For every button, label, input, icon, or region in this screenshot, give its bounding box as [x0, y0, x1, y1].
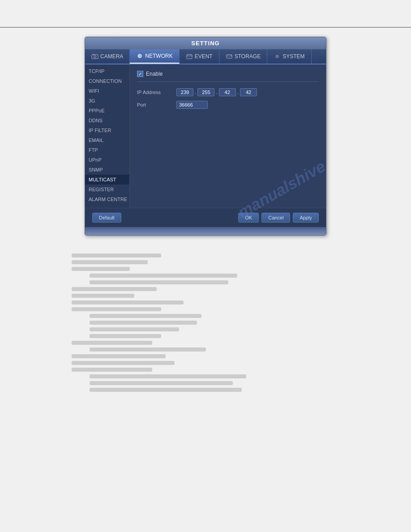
- enable-checkbox[interactable]: [137, 71, 143, 77]
- tab-system[interactable]: SYSTEM: [267, 49, 311, 64]
- storage-icon: [226, 54, 233, 59]
- sidebar-item-ddns[interactable]: DDNS: [85, 116, 129, 125]
- svg-point-13: [231, 55, 231, 56]
- text-line-15: [72, 354, 166, 358]
- settings-dialog: SETTING CAMERA: [85, 37, 326, 236]
- tab-event-label: EVENT: [195, 53, 213, 60]
- default-button[interactable]: Default: [92, 213, 121, 223]
- dialog-title: SETTING: [85, 37, 326, 49]
- text-line-3: [90, 274, 237, 278]
- sidebar-item-snmp[interactable]: SNMP: [85, 165, 129, 175]
- ip-dot-1: .: [194, 89, 197, 95]
- text-line-12: [90, 334, 161, 338]
- text-line-13: [72, 341, 152, 345]
- action-buttons: OK Cancel Apply: [238, 213, 319, 223]
- text-line-11: [90, 327, 179, 331]
- ip-dot-3: .: [237, 89, 239, 95]
- port-row: Port: [137, 101, 319, 109]
- sidebar-item-register[interactable]: REGISTER: [85, 184, 129, 194]
- text-line-16: [72, 361, 175, 365]
- sidebar-item-connection[interactable]: CONNECTION: [85, 76, 129, 86]
- text-line-7: [72, 300, 184, 305]
- enable-label: Enable: [146, 71, 163, 77]
- ip-address-row: IP Address . . .: [137, 88, 319, 96]
- sidebar-item-pppoe[interactable]: PPPoE: [85, 106, 129, 116]
- sidebar: TCP/IP CONNECTION WIFI 3G PPPoE: [85, 64, 130, 208]
- text-line-20: [90, 388, 242, 392]
- tab-system-label: SYSTEM: [283, 53, 304, 60]
- content-panel: Enable IP Address . . .: [130, 64, 326, 208]
- text-line-4: [90, 280, 228, 284]
- sidebar-item-ftp[interactable]: FTP: [85, 145, 129, 155]
- svg-rect-2: [93, 54, 94, 55]
- sidebar-item-3g[interactable]: 3G: [85, 96, 129, 106]
- text-line-18: [90, 374, 246, 378]
- network-icon: [136, 53, 143, 59]
- top-divider: [0, 27, 411, 28]
- apply-button[interactable]: Apply: [293, 213, 319, 223]
- text-line-1: [72, 260, 148, 264]
- system-icon: [274, 54, 281, 59]
- text-line-19: [90, 381, 233, 385]
- dialog-bottom-bar: [85, 227, 326, 235]
- dialog-footer: Default OK Cancel Apply: [85, 208, 326, 227]
- svg-rect-7: [187, 55, 192, 59]
- port-input[interactable]: [176, 101, 208, 109]
- ip-address-label: IP Address: [137, 90, 173, 95]
- text-blocks-section: [0, 236, 411, 412]
- sidebar-item-upnp[interactable]: UPnP: [85, 155, 129, 165]
- text-line-8: [72, 307, 161, 311]
- text-line-5: [72, 287, 157, 291]
- text-line-9: [90, 314, 201, 318]
- camera-icon: [91, 54, 98, 59]
- svg-rect-0: [92, 55, 98, 59]
- tab-event[interactable]: EVENT: [180, 49, 219, 64]
- ip-octet-1[interactable]: [176, 88, 193, 96]
- ip-dot-2: .: [215, 89, 218, 95]
- ok-button[interactable]: OK: [238, 213, 259, 223]
- ip-address-fields: . . .: [176, 88, 257, 96]
- ip-octet-4[interactable]: [240, 88, 257, 96]
- event-icon: [186, 54, 193, 59]
- sidebar-item-alarm-centre[interactable]: ALARM CENTRE: [85, 194, 129, 204]
- text-line-0: [72, 253, 161, 257]
- sidebar-item-tcp-ip[interactable]: TCP/IP: [85, 66, 129, 76]
- tab-network[interactable]: NETWORK: [130, 49, 179, 64]
- dialog-title-text: SETTING: [191, 40, 219, 47]
- svg-point-1: [94, 56, 96, 58]
- enable-row: Enable: [137, 71, 319, 82]
- dialog-container: SETTING CAMERA: [0, 37, 411, 236]
- dialog-body: TCP/IP CONNECTION WIFI 3G PPPoE: [85, 64, 326, 208]
- tab-storage[interactable]: STORAGE: [219, 49, 267, 64]
- cancel-button[interactable]: Cancel: [261, 213, 290, 223]
- tab-bar: CAMERA NETWORK: [85, 49, 326, 64]
- text-line-2: [72, 267, 130, 271]
- tab-network-label: NETWORK: [145, 53, 172, 59]
- tab-storage-label: STORAGE: [235, 53, 261, 60]
- text-line-14: [90, 348, 206, 352]
- sidebar-item-multicast[interactable]: MULTICAST: [85, 175, 129, 184]
- text-line-6: [72, 294, 134, 298]
- text-line-17: [72, 368, 152, 372]
- text-line-10: [90, 321, 197, 325]
- tab-camera[interactable]: CAMERA: [85, 49, 130, 64]
- port-label: Port: [137, 102, 173, 107]
- ip-octet-2[interactable]: [197, 88, 214, 96]
- sidebar-item-email[interactable]: EMAIL: [85, 135, 129, 145]
- svg-point-15: [277, 56, 278, 57]
- ip-octet-3[interactable]: [219, 88, 236, 96]
- sidebar-item-ip-filter[interactable]: IP FILTER: [85, 125, 129, 135]
- sidebar-item-wifi[interactable]: WIFI: [85, 86, 129, 96]
- tab-camera-label: CAMERA: [100, 53, 123, 60]
